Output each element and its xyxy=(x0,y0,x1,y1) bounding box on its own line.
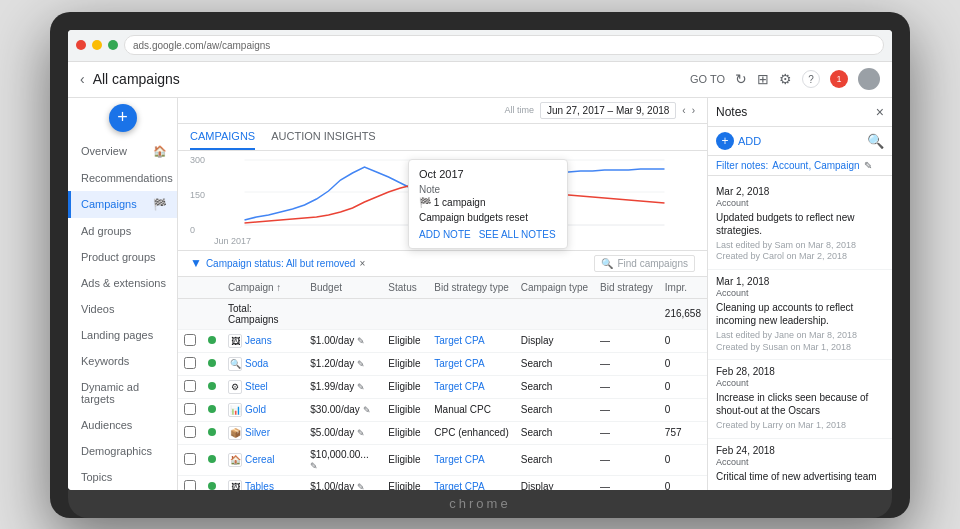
table-row: 🖼Jeans $1.00/day ✎ Eligible Target CPA D… xyxy=(178,329,707,352)
add-label: ADD xyxy=(738,135,761,147)
bid-type[interactable]: Target CPA xyxy=(434,481,484,490)
campaign-type: Search xyxy=(515,444,594,475)
sidebar-item-productgroups[interactable]: Product groups xyxy=(68,244,177,270)
sidebar-item-audiences[interactable]: Audiences xyxy=(68,412,177,438)
campaign-name[interactable]: Soda xyxy=(245,358,268,369)
help-icon[interactable]: ? xyxy=(802,70,820,88)
tab-auction-insights[interactable]: AUCTION INSIGHTS xyxy=(271,124,376,150)
col-impr[interactable]: Impr. xyxy=(659,277,707,299)
bid-type[interactable]: Target CPA xyxy=(434,381,484,392)
table-row: 🖼Tables $1.00/day ✎ Eligible Target CPA … xyxy=(178,475,707,490)
notes-search-icon[interactable]: 🔍 xyxy=(867,133,884,149)
notification-badge[interactable]: 1 xyxy=(830,70,848,88)
notes-add-bar: + ADD 🔍 xyxy=(708,127,892,156)
settings-icon[interactable]: ⚙ xyxy=(779,71,792,87)
notes-close-button[interactable]: × xyxy=(876,104,884,120)
chart-y-labels: 300 150 0 xyxy=(190,155,205,235)
sidebar-item-ads[interactable]: Ads & extensions xyxy=(68,270,177,296)
col-campaign-type[interactable]: Campaign type xyxy=(515,277,594,299)
sidebar-item-dynamic[interactable]: Dynamic ad targets xyxy=(68,374,177,412)
campaign-name[interactable]: Cereal xyxy=(245,454,274,465)
tab-campaigns[interactable]: CAMPAIGNS xyxy=(190,124,255,150)
campaign-name[interactable]: Tables xyxy=(245,481,274,490)
row-checkbox[interactable] xyxy=(184,403,196,415)
sidebar-item-adgroups[interactable]: Ad groups xyxy=(68,218,177,244)
col-bid-strategy-type[interactable]: Bid strategy type xyxy=(428,277,514,299)
row-checkbox[interactable] xyxy=(184,357,196,369)
columns-icon[interactable]: ⊞ xyxy=(757,71,769,87)
sidebar-item-videos[interactable]: Videos xyxy=(68,296,177,322)
add-note-button[interactable]: ADD NOTE xyxy=(419,229,471,240)
table-row: 🏠Cereal $10,000.00... ✎ Eligible Target … xyxy=(178,444,707,475)
filter-notes-tags[interactable]: Account, Campaign xyxy=(772,160,859,171)
bid-strategy: — xyxy=(594,352,659,375)
row-checkbox[interactable] xyxy=(184,453,196,465)
sidebar-item-campaigns[interactable]: Campaigns 🏁 xyxy=(68,191,177,218)
sidebar-item-label: Overview xyxy=(81,145,127,157)
campaign-type-icon: 🖼 xyxy=(228,480,242,490)
sidebar-item-recommendations[interactable]: Recommendations xyxy=(68,165,177,191)
campaign-name[interactable]: Silver xyxy=(245,427,270,438)
fab-button[interactable]: + xyxy=(109,104,137,132)
note-date: Mar 1, 2018 xyxy=(716,276,884,287)
user-avatar[interactable] xyxy=(858,68,880,90)
sidebar-item-topics[interactable]: Topics xyxy=(68,464,177,490)
table-row: 📊Gold $30.00/day ✎ Eligible Manual CPC S… xyxy=(178,398,707,421)
see-all-notes-button[interactable]: SEE ALL NOTES xyxy=(479,229,556,240)
date-next-icon[interactable]: › xyxy=(692,105,695,116)
add-circle-icon: + xyxy=(716,132,734,150)
campaign-type: Search xyxy=(515,398,594,421)
status-dot xyxy=(208,482,216,490)
chrome-label: chrome xyxy=(449,496,510,511)
bid-type[interactable]: Target CPA xyxy=(434,358,484,369)
notes-title: Notes xyxy=(716,105,747,119)
sidebar-item-landing[interactable]: Landing pages xyxy=(68,322,177,348)
campaign-type-icon: 🖼 xyxy=(228,334,242,348)
campaign-type-icon: 🏠 xyxy=(228,453,242,467)
row-checkbox[interactable] xyxy=(184,480,196,490)
filter-edit-icon[interactable]: ✎ xyxy=(864,160,872,171)
add-note-button[interactable]: + ADD xyxy=(716,132,761,150)
maximize-dot[interactable] xyxy=(108,40,118,50)
note-date: Mar 2, 2018 xyxy=(716,186,884,197)
campaign-type-icon: 🔍 xyxy=(228,357,242,371)
sidebar-item-overview[interactable]: Overview 🏠 xyxy=(68,138,177,165)
campaign-name[interactable]: Steel xyxy=(245,381,268,392)
row-checkbox[interactable] xyxy=(184,380,196,392)
col-bid-strategy[interactable]: Bid strategy xyxy=(594,277,659,299)
col-budget[interactable]: Budget xyxy=(304,277,382,299)
bid-type[interactable]: Target CPA xyxy=(434,335,484,346)
sidebar-item-demographics[interactable]: Demographics xyxy=(68,438,177,464)
impr: 0 xyxy=(659,352,707,375)
note-item: Feb 28, 2018 Account Increase in clicks … xyxy=(708,360,892,439)
filter-label[interactable]: Campaign status: All but removed xyxy=(206,258,356,269)
campaign-name[interactable]: Jeans xyxy=(245,335,272,346)
filter-notes-bar: Filter notes: Account, Campaign ✎ xyxy=(708,156,892,176)
search-campaigns[interactable]: 🔍 Find campaigns xyxy=(594,255,695,272)
campaign-type: Search xyxy=(515,375,594,398)
impr: 0 xyxy=(659,444,707,475)
note-type: Account xyxy=(716,198,884,208)
sidebar-item-label: Product groups xyxy=(81,251,156,263)
row-checkbox[interactable] xyxy=(184,334,196,346)
campaign-name[interactable]: Gold xyxy=(245,404,266,415)
filter-remove-button[interactable]: × xyxy=(359,258,365,269)
close-dot[interactable] xyxy=(76,40,86,50)
sidebar-item-keywords[interactable]: Keywords xyxy=(68,348,177,374)
back-button[interactable]: ‹ xyxy=(80,71,85,87)
col-status[interactable]: Status xyxy=(382,277,428,299)
campaign-status: Eligible xyxy=(382,475,428,490)
date-prev-icon[interactable]: ‹ xyxy=(682,105,685,116)
date-range-value[interactable]: Jun 27, 2017 – Mar 9, 2018 xyxy=(540,102,676,119)
col-campaign[interactable]: Campaign ↑ xyxy=(222,277,304,299)
filter-tag: ▼ Campaign status: All but removed × xyxy=(190,256,365,270)
note-meta: Last edited by Sam on Mar 8, 2018Created… xyxy=(716,240,884,263)
minimize-dot[interactable] xyxy=(92,40,102,50)
campaign-type-icon: ⚙ xyxy=(228,380,242,394)
impr: 0 xyxy=(659,475,707,490)
row-checkbox[interactable] xyxy=(184,426,196,438)
refresh-icon[interactable]: ↻ xyxy=(735,71,747,87)
browser-url: ads.google.com/aw/campaigns xyxy=(124,35,884,55)
bid-type[interactable]: Target CPA xyxy=(434,454,484,465)
note-meta: Last edited by Jane on Mar 8, 2018Create… xyxy=(716,330,884,353)
